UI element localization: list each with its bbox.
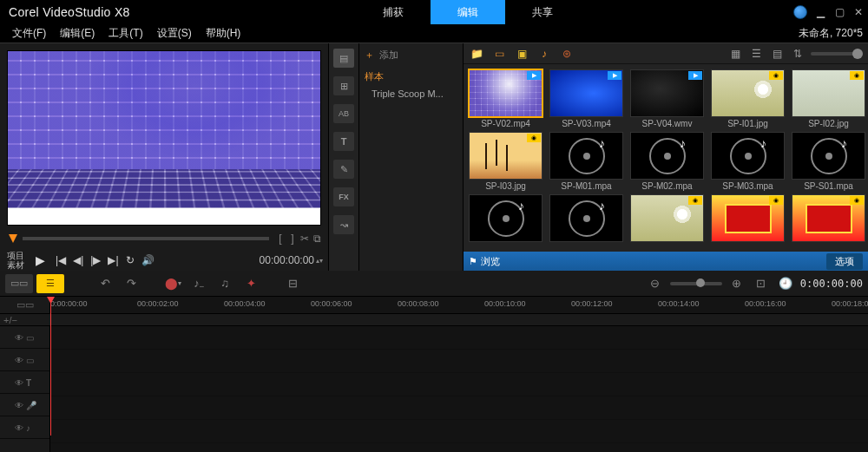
library-thumb[interactable]: ▶SP-V04.wmv: [630, 69, 704, 128]
auto-music-button[interactable]: ♫: [215, 274, 234, 293]
filter-photo-button[interactable]: ▣: [514, 47, 529, 61]
library-thumb[interactable]: ♪: [549, 194, 623, 244]
thumb-size-slider[interactable]: [811, 52, 863, 56]
filter-video-button[interactable]: ▭: [491, 47, 507, 61]
title-category-button[interactable]: T: [333, 132, 354, 151]
transition-category-button[interactable]: AB: [333, 104, 354, 123]
tab-share[interactable]: 共享: [505, 0, 580, 24]
library-toolbar: 📁 ▭ ▣ ♪ ⊛ ▦ ☰ ▤ ⇅: [464, 43, 868, 64]
folder-triple-scoop[interactable]: Triple Scoop M...: [363, 87, 459, 101]
prev-frame-button[interactable]: ◀|: [73, 254, 83, 266]
scrub-track[interactable]: [23, 237, 269, 240]
fit-button[interactable]: ⊡: [752, 274, 771, 293]
flag-icon: ⚑: [469, 256, 477, 267]
add-track-row[interactable]: +/−: [0, 314, 868, 326]
library-thumb[interactable]: ♪SP-M03.mpa: [711, 132, 785, 191]
filter-audio-button[interactable]: ♪: [536, 47, 552, 61]
folder-samples[interactable]: 样本: [363, 67, 459, 87]
library-thumb[interactable]: ♪SP-M01.mpa: [549, 132, 623, 191]
minimize-button[interactable]: ▁: [814, 6, 826, 18]
menu-edit[interactable]: 编辑(E): [53, 26, 102, 41]
library-thumb[interactable]: ◉: [792, 194, 865, 244]
menu-file[interactable]: 文件(F): [5, 26, 53, 41]
go-end-button[interactable]: ▶|: [108, 254, 118, 266]
view-list-button[interactable]: ☰: [748, 47, 764, 61]
preview-viewport[interactable]: [7, 50, 321, 226]
media-category-button[interactable]: ▤: [333, 49, 354, 68]
ruler-tick: 00:00:16:00: [745, 299, 786, 308]
library-thumb[interactable]: ♪SP-M02.mpa: [630, 132, 704, 191]
menu-tools[interactable]: 工具(T): [102, 26, 149, 41]
volume-button[interactable]: 🔊: [141, 254, 155, 266]
menu-settings[interactable]: 设置(S): [150, 26, 199, 41]
mode-project-label: 项目: [7, 251, 24, 260]
go-start-button[interactable]: |◀: [56, 254, 66, 266]
photo-badge-icon: ◉: [850, 71, 864, 80]
time-ruler[interactable]: 0:00:00:0000:00:02:0000:00:04:0000:00:06…: [50, 297, 868, 313]
motion-button[interactable]: ✦: [241, 274, 260, 293]
view-detail-button[interactable]: ▤: [769, 47, 785, 61]
storyboard-mode-button[interactable]: ▭▭: [5, 274, 33, 293]
subtitle-button[interactable]: ⊟: [283, 274, 302, 293]
add-folder-icon[interactable]: ＋: [365, 49, 374, 62]
track-lanes[interactable]: [50, 326, 868, 452]
filter-free-button[interactable]: ⊛: [559, 47, 575, 61]
next-frame-button[interactable]: |▶: [90, 254, 101, 266]
mixer-button[interactable]: ♪⎯: [189, 274, 208, 293]
ruler-tick: 00:00:14:00: [658, 299, 700, 308]
record-button[interactable]: ⬤▾: [163, 274, 182, 293]
repeat-button[interactable]: ↻: [126, 254, 135, 266]
import-media-button[interactable]: 📁: [469, 47, 484, 61]
expand-button[interactable]: ⧉: [311, 233, 323, 245]
overlay-track-header[interactable]: 👁▭: [0, 349, 49, 371]
title-track-header[interactable]: 👁T: [0, 371, 49, 394]
menu-help[interactable]: 帮助(H): [199, 26, 248, 41]
library-thumb[interactable]: ◉SP-I01.jpg: [711, 69, 785, 128]
thumb-label: SP-V03.mp4: [562, 119, 611, 128]
mark-out-button[interactable]: ]: [286, 233, 299, 245]
browse-label[interactable]: 浏览: [481, 255, 500, 268]
video-track-header[interactable]: 👁▭: [0, 326, 49, 349]
library-thumb[interactable]: ♪: [469, 194, 542, 244]
view-thumb-button[interactable]: ▦: [727, 47, 743, 61]
graphic-category-button[interactable]: ✎: [333, 160, 354, 179]
undo-button[interactable]: ↶: [95, 274, 115, 293]
timecode-stepper[interactable]: ▴▾: [316, 257, 323, 265]
music-track-header[interactable]: 👁♪: [0, 416, 49, 439]
library-thumb[interactable]: ▶SP-V02.mp4: [469, 69, 542, 128]
library-thumb[interactable]: ◉SP-I03.jpg: [469, 132, 542, 191]
preview-timecode[interactable]: 00:00:00:00: [260, 254, 314, 266]
filter-category-button[interactable]: FX: [333, 187, 354, 206]
zoom-in-button[interactable]: ⊕: [727, 274, 746, 293]
mark-in-button[interactable]: [: [274, 233, 286, 245]
photo-badge-icon: ◉: [527, 134, 541, 142]
tab-edit[interactable]: 编辑: [431, 0, 505, 24]
options-button[interactable]: 选项: [826, 253, 863, 270]
zoom-slider[interactable]: [670, 282, 722, 285]
thumb-label: SP-V04.wmv: [642, 119, 693, 128]
playhead[interactable]: [50, 297, 51, 436]
library-thumb[interactable]: ♪SP-S01.mpa: [792, 132, 865, 191]
maximize-button[interactable]: ▢: [833, 6, 845, 18]
sort-button[interactable]: ⇅: [790, 47, 806, 61]
library-thumb[interactable]: ▶SP-V03.mp4: [549, 69, 623, 128]
path-category-button[interactable]: ↝: [333, 215, 354, 234]
timeline-mode-button[interactable]: ☰: [36, 274, 64, 293]
globe-icon[interactable]: [793, 5, 807, 19]
tab-capture[interactable]: 捕获: [356, 0, 431, 24]
library-thumb[interactable]: ◉SP-I02.jpg: [792, 69, 865, 128]
add-label[interactable]: 添加: [379, 49, 398, 62]
preview-panel: [ ] ✂ ⧉ 项目 素材 ▶ |◀ ◀| |▶ ▶| ↻ 🔊 00:00:00…: [0, 43, 328, 271]
close-button[interactable]: ✕: [852, 6, 865, 18]
library-thumb[interactable]: ◉: [630, 194, 704, 244]
thumb-label: SP-I01.jpg: [727, 119, 768, 128]
zoom-out-button[interactable]: ⊖: [646, 274, 665, 293]
marker-icon[interactable]: [9, 234, 17, 243]
voice-track-header[interactable]: 👁🎤: [0, 394, 49, 416]
redo-button[interactable]: ↷: [122, 274, 141, 293]
library-thumb[interactable]: ◉: [711, 194, 785, 244]
play-button[interactable]: ▶: [31, 252, 49, 269]
instant-project-button[interactable]: ⊞: [333, 76, 354, 95]
split-button[interactable]: ✂: [299, 233, 311, 245]
preview-mode[interactable]: 项目 素材: [7, 251, 24, 270]
